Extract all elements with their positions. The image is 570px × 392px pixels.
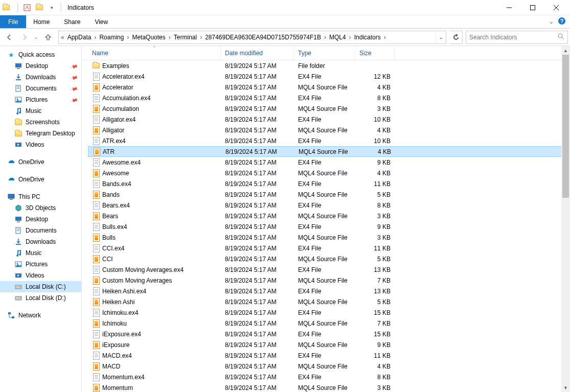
file-row[interactable]: Custom Moving Averages.ex48/19/2024 5:17… [88,264,570,275]
sidebar-item[interactable]: Documents📌 [0,83,81,94]
properties-icon[interactable] [23,4,31,12]
file-row[interactable]: Momentum.ex48/19/2024 5:17 AMEX4 File8 K… [88,372,570,382]
sidebar-network[interactable]: Network [0,310,81,321]
column-size[interactable]: Size [355,46,395,60]
qat-dropdown-icon[interactable]: ▾ [48,4,56,12]
sidebar-quick-access[interactable]: ★ Quick access [0,49,81,60]
file-row[interactable]: CCI.ex48/19/2024 5:17 AMEX4 File11 KB [88,243,570,253]
breadcrumb-item[interactable]: MetaQuotes [131,34,166,41]
recent-dropdown-icon[interactable]: ⌄ [33,30,40,44]
sidebar-item[interactable]: Music [0,247,81,259]
chevron-right-icon[interactable]: › [347,34,353,41]
column-date[interactable]: Date modified [221,46,294,60]
file-row[interactable]: CCI8/19/2024 5:17 AMMQL4 Source File5 KB [88,253,570,264]
search-icon[interactable] [557,33,564,41]
file-row[interactable]: Alligator8/19/2024 5:17 AMMQL4 Source Fi… [88,125,570,135]
address-dropdown-icon[interactable]: ⌄ [436,31,446,43]
file-row[interactable]: Accumulation.ex48/19/2024 5:17 AMEX4 Fil… [88,93,570,103]
sidebar-item[interactable]: Screenshots [0,117,81,128]
search-input[interactable] [469,34,557,41]
file-row[interactable]: Heiken Ashi8/19/2024 5:17 AMMQL4 Source … [88,296,570,307]
sidebar-item[interactable]: Desktop [0,214,81,225]
sidebar-this-pc[interactable]: This PC [0,191,81,202]
breadcrumb-item[interactable]: MQL4 [328,34,347,41]
tab-file[interactable]: File [0,15,26,28]
up-button[interactable] [41,30,55,44]
file-row[interactable]: Accelerator.ex48/19/2024 5:17 AMEX4 File… [88,71,570,82]
breadcrumb-item[interactable]: Terminal [173,34,198,41]
file-row[interactable]: Bulls8/19/2024 5:17 AMMQL4 Source File3 … [88,232,570,243]
scroll-up-icon[interactable]: ▲ [561,46,570,55]
file-row[interactable]: ATR8/19/2024 5:17 AMMQL4 Source File4 KB [88,146,570,157]
file-list[interactable]: Examples8/19/2024 5:17 AMFile folderAcce… [82,60,570,392]
file-row[interactable]: Ichimoku8/19/2024 5:17 AMMQL4 Source Fil… [88,318,570,329]
address-bar[interactable]: « AppData›Roaming›MetaQuotes›Terminal›28… [58,31,446,44]
sidebar-item[interactable]: Local Disk (C:) [0,281,81,292]
file-row[interactable]: Custom Moving Averages8/19/2024 5:17 AMM… [88,275,570,286]
file-row[interactable]: ATR.ex48/19/2024 5:17 AMEX4 File10 KB [88,135,570,146]
file-row[interactable]: iExposure.ex48/19/2024 5:17 AMEX4 File15… [88,329,570,339]
file-row[interactable]: Accumulation8/19/2024 5:17 AMMQL4 Source… [88,103,570,114]
tab-share[interactable]: Share [57,15,87,28]
ribbon-expand-icon[interactable]: ⌄ [549,18,554,25]
sidebar-item[interactable]: Downloads📌 [0,72,81,83]
column-name[interactable]: Name⌃ [88,46,221,60]
navigation-pane[interactable]: ★ Quick access Desktop📌Downloads📌Documen… [0,46,82,392]
file-row[interactable]: Bulls.ex48/19/2024 5:17 AMEX4 File9 KB [88,221,570,232]
file-row[interactable]: Awesome.ex48/19/2024 5:17 AMEX4 File9 KB [88,157,570,168]
file-row[interactable]: Momentum8/19/2024 5:17 AMMQL4 Source Fil… [88,382,570,392]
file-row[interactable]: MACD.ex48/19/2024 5:17 AMEX4 File11 KB [88,350,570,361]
file-row[interactable]: Bands8/19/2024 5:17 AMMQL4 Source File5 … [88,189,570,200]
close-button[interactable] [544,0,568,15]
breadcrumb-item[interactable]: Roaming [98,34,125,41]
sidebar-onedrive[interactable]: OneDrive [0,174,81,185]
sidebar-onedrive[interactable]: OneDrive [0,156,81,168]
file-row[interactable]: MACD8/19/2024 5:17 AMMQL4 Source File4 K… [88,361,570,372]
chevron-right-icon[interactable]: › [125,34,131,41]
tab-home[interactable]: Home [26,15,57,28]
sidebar-item[interactable]: Desktop📌 [0,60,81,72]
sidebar-item[interactable]: Videos [0,139,81,150]
chevron-right-icon[interactable]: › [167,34,173,41]
file-row[interactable]: Accelerator8/19/2024 5:17 AMMQL4 Source … [88,82,570,93]
chevron-right-icon[interactable]: › [382,34,388,41]
chevron-right-icon[interactable]: › [322,34,328,41]
address-overflow[interactable]: « [59,34,66,41]
chevron-right-icon[interactable]: › [198,34,204,41]
scroll-thumb[interactable] [562,55,569,198]
column-type[interactable]: Type [294,46,355,60]
file-row[interactable]: iExposure8/19/2024 5:17 AMMQL4 Source Fi… [88,339,570,350]
sidebar-item[interactable]: Videos [0,270,81,281]
sidebar-item[interactable]: Local Disk (D:) [0,292,81,304]
sidebar-item[interactable]: Documents [0,225,81,236]
file-row[interactable]: Bands.ex48/19/2024 5:17 AMEX4 File11 KB [88,178,570,189]
vertical-scrollbar[interactable]: ▲ ▼ [561,46,570,392]
refresh-button[interactable] [449,31,463,44]
sidebar-item[interactable]: Pictures📌 [0,94,81,105]
sidebar-item[interactable]: 3D Objects [0,202,81,214]
file-row[interactable]: Alligator.ex48/19/2024 5:17 AMEX4 File10… [88,114,570,125]
breadcrumb-item[interactable]: AppData [66,34,93,41]
breadcrumb-item[interactable]: Indicators [353,34,382,41]
new-folder-icon[interactable] [35,4,43,12]
sidebar-item[interactable]: Downloads [0,236,81,247]
sidebar-item[interactable]: Telegram Desktop [0,128,81,139]
minimize-button[interactable] [497,0,521,15]
search-box[interactable] [466,31,568,44]
forward-button[interactable] [17,30,32,44]
file-row[interactable]: Ichimoku.ex48/19/2024 5:17 AMEX4 File15 … [88,307,570,318]
file-row[interactable]: Bears.ex48/19/2024 5:17 AMEX4 File8 KB [88,200,570,211]
sidebar-item[interactable]: Music [0,105,81,117]
tab-view[interactable]: View [87,15,115,28]
sidebar-item[interactable]: Pictures [0,259,81,270]
file-row[interactable]: Bears8/19/2024 5:17 AMMQL4 Source File3 … [88,211,570,221]
scroll-track[interactable] [561,55,570,383]
scroll-down-icon[interactable]: ▼ [561,383,570,392]
breadcrumb-item[interactable]: 287469DEA9630EA94D0715D755974F1B [204,34,322,41]
chevron-right-icon[interactable]: › [92,34,98,41]
maximize-button[interactable] [521,0,544,15]
back-button[interactable] [2,30,16,44]
help-icon[interactable]: ? [558,17,566,27]
file-row[interactable]: Heiken Ashi.ex48/19/2024 5:17 AMEX4 File… [88,286,570,296]
file-row[interactable]: Examples8/19/2024 5:17 AMFile folder [88,60,570,71]
